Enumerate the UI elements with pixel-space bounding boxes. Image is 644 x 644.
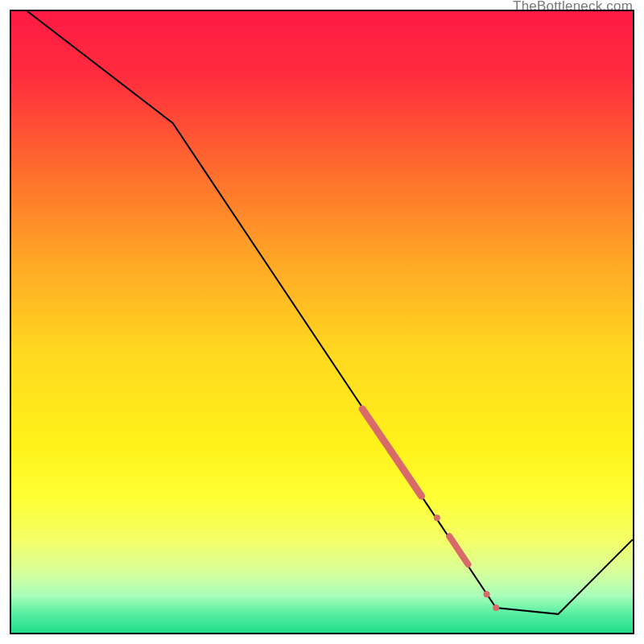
highlight-dot-3 (493, 605, 499, 611)
highlight-dot-2 (484, 591, 490, 597)
highlight-segment-1 (362, 409, 421, 496)
highlight-segment-2 (449, 536, 468, 564)
series-bottleneck-curve (11, 11, 633, 614)
highlight-dot-1 (434, 514, 440, 521)
curve-layer (11, 11, 633, 633)
plot-area (10, 10, 634, 634)
chart-container: TheBottleneck.com (0, 0, 644, 644)
